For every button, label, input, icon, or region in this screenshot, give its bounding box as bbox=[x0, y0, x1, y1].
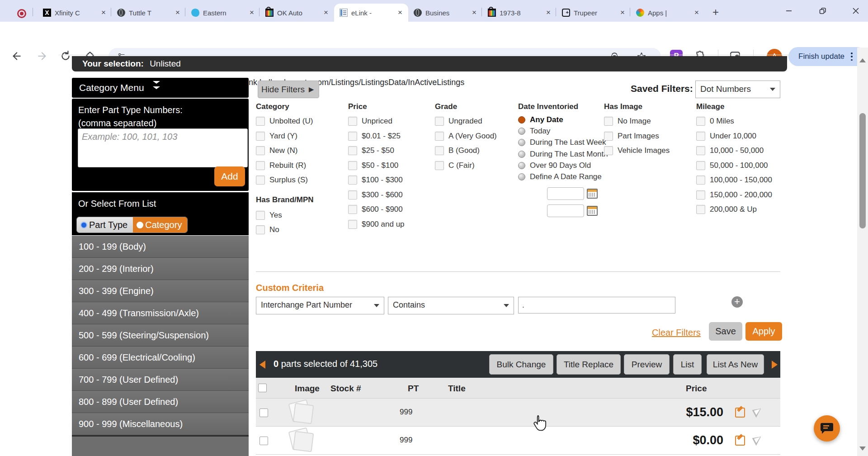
sidebar-item-user-defined-700[interactable]: 700 - 799 (User Defined) bbox=[72, 369, 249, 391]
filter-checkbox-row[interactable]: 150,000 - 200,000 bbox=[696, 188, 787, 203]
add-button[interactable]: Add bbox=[214, 166, 245, 186]
checkbox[interactable] bbox=[696, 205, 705, 214]
minimize-button[interactable] bbox=[778, 0, 799, 22]
restore-button[interactable] bbox=[812, 0, 833, 22]
criteria-value-input[interactable] bbox=[518, 297, 675, 314]
checkbox[interactable] bbox=[696, 176, 705, 185]
filter-checkbox-row[interactable]: $300 - $600 bbox=[348, 188, 439, 203]
checkbox[interactable] bbox=[256, 146, 265, 155]
reload-button[interactable] bbox=[60, 50, 72, 63]
send-icon[interactable] bbox=[752, 406, 764, 418]
close-tab-icon[interactable]: × bbox=[247, 8, 256, 17]
checkbox[interactable] bbox=[256, 176, 265, 185]
hide-filters-button[interactable]: Hide Filters ► bbox=[258, 81, 319, 98]
row-checkbox[interactable] bbox=[259, 437, 268, 445]
calendar-icon[interactable] bbox=[587, 206, 598, 216]
forward-button[interactable] bbox=[37, 50, 50, 63]
filter-checkbox-row[interactable]: A (Very Good) bbox=[435, 129, 525, 144]
filter-checkbox-row[interactable]: $600 - $900 bbox=[348, 202, 439, 217]
criteria-operator-select[interactable]: Contains bbox=[388, 297, 514, 314]
checkbox[interactable] bbox=[435, 117, 444, 126]
checkbox[interactable] bbox=[604, 146, 613, 155]
finish-update-button[interactable]: Finish update bbox=[788, 47, 867, 66]
calendar-icon[interactable] bbox=[587, 189, 598, 199]
tab-apps[interactable]: Apps | × bbox=[631, 4, 705, 22]
radio-selected-icon[interactable] bbox=[518, 116, 525, 124]
tab-trupeer[interactable]: Trupeer × bbox=[557, 4, 631, 22]
close-tab-icon[interactable]: × bbox=[692, 8, 701, 17]
close-tab-icon[interactable]: × bbox=[321, 8, 330, 17]
checkbox[interactable] bbox=[348, 117, 357, 126]
filter-checkbox-row[interactable]: 10,000 - 50,000 bbox=[696, 143, 787, 158]
bulk-change-button[interactable]: Bulk Change bbox=[489, 354, 553, 375]
tab-ok-auto[interactable]: OK Auto × bbox=[260, 4, 334, 22]
filter-checkbox-row[interactable]: $900 and up bbox=[348, 217, 439, 232]
tab-tuttle[interactable]: Tuttle T × bbox=[112, 4, 186, 22]
checkbox[interactable] bbox=[256, 225, 265, 234]
checkbox[interactable] bbox=[604, 132, 613, 141]
checkbox[interactable] bbox=[435, 132, 444, 141]
filter-radio-row-selected[interactable]: Any Date bbox=[518, 114, 618, 125]
close-tab-icon[interactable]: × bbox=[618, 8, 627, 17]
filter-checkbox-row[interactable]: 200,000 & Up bbox=[696, 202, 787, 217]
checkbox[interactable] bbox=[348, 190, 357, 200]
page-next-icon[interactable] bbox=[772, 361, 778, 369]
edit-icon[interactable] bbox=[735, 408, 745, 418]
filter-checkbox-row[interactable]: Ungraded bbox=[435, 114, 525, 129]
scroll-up-icon[interactable] bbox=[859, 58, 866, 62]
send-icon[interactable] bbox=[752, 434, 764, 446]
filter-checkbox-row[interactable]: Vehicle Images bbox=[604, 143, 694, 158]
filter-checkbox-row[interactable]: Yes bbox=[256, 208, 346, 223]
checkbox[interactable] bbox=[696, 146, 705, 155]
close-tab-icon[interactable]: × bbox=[470, 8, 479, 17]
radio-icon[interactable] bbox=[518, 173, 525, 180]
filter-checkbox-row[interactable]: Under 10,000 bbox=[696, 129, 787, 144]
date-range-start-input[interactable] bbox=[547, 187, 584, 200]
close-tab-icon[interactable]: × bbox=[99, 8, 108, 17]
sidebar-item-body[interactable]: 100 - 199 (Body) bbox=[72, 236, 249, 258]
edit-icon[interactable] bbox=[735, 436, 745, 446]
select-all-checkbox[interactable] bbox=[258, 384, 267, 392]
row-checkbox[interactable] bbox=[259, 408, 268, 417]
filter-radio-row[interactable]: During The Last Week bbox=[518, 137, 618, 148]
sidebar-item-user-defined-800[interactable]: 800 - 899 (User Defined) bbox=[72, 391, 249, 413]
menu-kebab-icon[interactable] bbox=[851, 52, 853, 61]
scrollbar-thumb[interactable] bbox=[859, 113, 866, 228]
sidebar-item-interior[interactable]: 200 - 299 (Interior) bbox=[72, 258, 249, 280]
filter-radio-row[interactable]: Today bbox=[518, 125, 618, 137]
checkbox[interactable] bbox=[604, 117, 613, 126]
filter-checkbox-row[interactable]: No Image bbox=[604, 114, 694, 129]
checkbox[interactable] bbox=[435, 146, 444, 155]
filter-checkbox-row[interactable]: 0 Miles bbox=[696, 114, 787, 129]
close-tab-icon[interactable]: × bbox=[173, 8, 182, 17]
filter-radio-row[interactable]: During The Last Month bbox=[518, 148, 618, 160]
list-button[interactable]: List bbox=[673, 354, 702, 375]
title-replace-button[interactable]: Title Replace bbox=[557, 354, 621, 375]
chat-widget-button[interactable] bbox=[814, 415, 840, 442]
checkbox[interactable] bbox=[348, 132, 357, 141]
filter-checkbox-row[interactable]: Part Images bbox=[604, 129, 694, 144]
filter-checkbox-row[interactable]: $25 - $50 bbox=[348, 143, 439, 158]
close-tab-icon[interactable]: × bbox=[544, 8, 553, 17]
close-tab-icon[interactable]: × bbox=[396, 8, 405, 17]
filter-radio-row[interactable]: Over 90 Days Old bbox=[518, 160, 618, 171]
checkbox[interactable] bbox=[696, 190, 705, 200]
filter-checkbox-row[interactable]: New (N) bbox=[256, 143, 346, 158]
filter-checkbox-row[interactable]: Rebuilt (R) bbox=[256, 158, 346, 173]
part-type-toggle[interactable]: Part Type bbox=[77, 217, 133, 233]
radio-icon[interactable] bbox=[518, 151, 525, 158]
filter-checkbox-row[interactable]: 100,000 - 150,000 bbox=[696, 173, 787, 188]
add-criteria-button[interactable]: + bbox=[731, 296, 743, 308]
radio-icon[interactable] bbox=[518, 128, 525, 135]
checkbox[interactable] bbox=[348, 161, 357, 170]
filter-checkbox-row[interactable]: $0.01 - $25 bbox=[348, 129, 439, 144]
checkbox[interactable] bbox=[435, 161, 444, 170]
tab-xfinity[interactable]: X Xfinity C × bbox=[38, 4, 112, 22]
scroll-down-icon[interactable] bbox=[859, 446, 866, 451]
preview-button[interactable]: Preview bbox=[624, 354, 670, 375]
radio-icon[interactable] bbox=[518, 162, 525, 169]
filter-checkbox-row[interactable]: Unbolted (U) bbox=[256, 114, 346, 129]
criteria-field-select[interactable]: Interchange Part Number bbox=[256, 297, 384, 314]
checkbox[interactable] bbox=[256, 117, 265, 126]
filter-checkbox-row[interactable]: $50 - $100 bbox=[348, 158, 439, 173]
